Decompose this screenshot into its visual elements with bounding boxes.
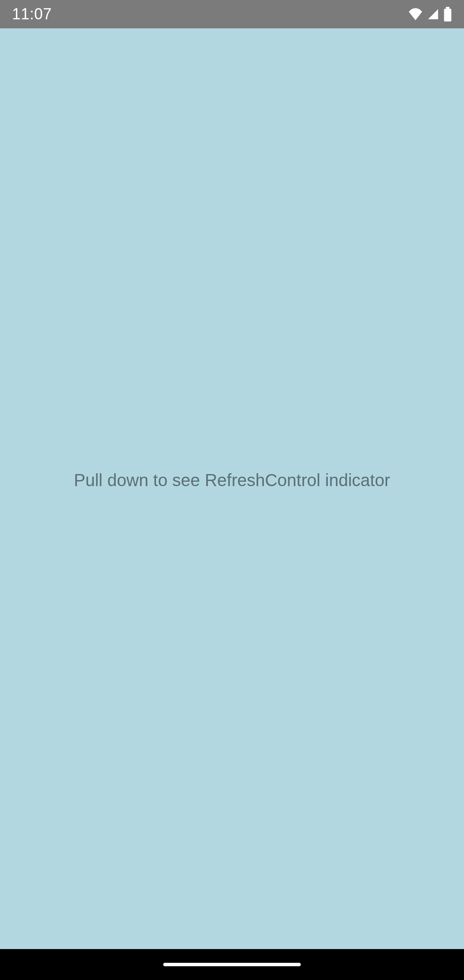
signal-icon (427, 8, 439, 20)
wifi-icon (408, 8, 423, 20)
navigation-bar (0, 949, 464, 980)
scroll-view[interactable]: Pull down to see RefreshControl indicato… (0, 28, 464, 949)
hint-text: Pull down to see RefreshControl indicato… (74, 471, 390, 490)
status-right-icons (408, 7, 452, 21)
status-time: 11:07 (12, 5, 52, 23)
svg-rect-1 (444, 9, 452, 21)
home-indicator[interactable] (163, 963, 301, 966)
svg-rect-0 (446, 7, 450, 9)
status-bar: 11:07 (0, 0, 464, 28)
battery-icon (443, 7, 452, 21)
